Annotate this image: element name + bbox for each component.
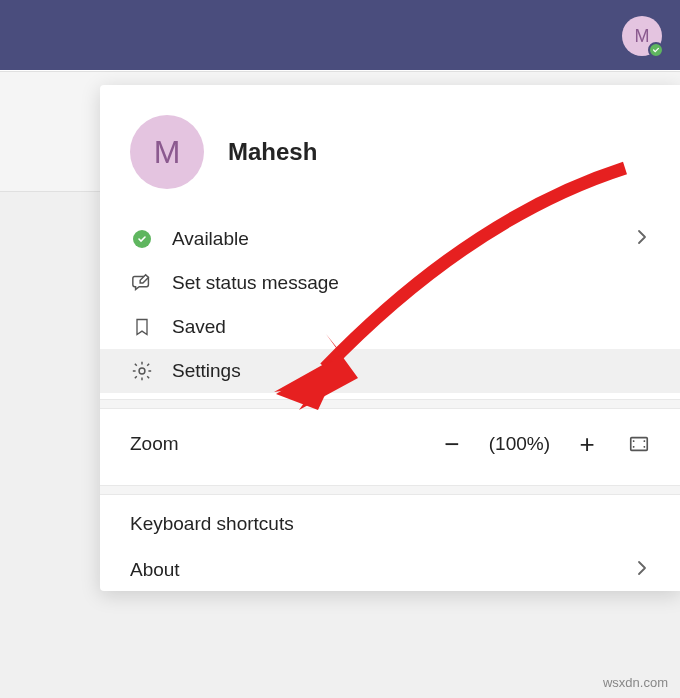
profile-name: Mahesh [228, 138, 317, 166]
menu-item-status[interactable]: Available [100, 217, 680, 261]
zoom-row: Zoom − (100%) + [100, 409, 680, 479]
gear-icon [130, 359, 154, 383]
available-status-icon [130, 227, 154, 251]
menu-item-settings[interactable]: Settings [100, 349, 680, 393]
profile-avatar-initial: M [154, 134, 181, 171]
fullscreen-icon[interactable] [628, 433, 650, 455]
edit-message-icon [130, 271, 154, 295]
chevron-right-icon [634, 228, 650, 250]
chevron-right-icon [634, 559, 650, 581]
status-indicator-available-icon [648, 42, 664, 58]
menu-label-about: About [130, 559, 634, 581]
menu-label-status: Available [172, 228, 634, 250]
menu-label-settings: Settings [172, 360, 650, 382]
bookmark-icon [130, 315, 154, 339]
profile-header: M Mahesh [100, 85, 680, 217]
profile-avatar: M [130, 115, 204, 189]
menu-divider [100, 399, 680, 409]
zoom-value: (100%) [489, 433, 550, 455]
menu-label-set-status: Set status message [172, 272, 650, 294]
menu-label-saved: Saved [172, 316, 650, 338]
watermark-text: wsxdn.com [603, 675, 668, 690]
menu-divider [100, 485, 680, 495]
zoom-in-button[interactable]: + [574, 431, 600, 457]
profile-menu: M Mahesh Available Set status message [100, 85, 680, 591]
svg-rect-1 [631, 438, 648, 451]
menu-item-about[interactable]: About [100, 549, 680, 591]
menu-label-keyboard: Keyboard shortcuts [130, 513, 650, 535]
header-avatar-initial: M [635, 26, 650, 47]
zoom-out-button[interactable]: − [439, 431, 465, 457]
header-avatar[interactable]: M [622, 16, 662, 56]
zoom-label: Zoom [130, 433, 431, 455]
app-header: M [0, 0, 680, 70]
menu-item-set-status[interactable]: Set status message [100, 261, 680, 305]
svg-point-0 [139, 368, 145, 374]
menu-item-saved[interactable]: Saved [100, 305, 680, 349]
menu-item-keyboard[interactable]: Keyboard shortcuts [100, 495, 680, 549]
